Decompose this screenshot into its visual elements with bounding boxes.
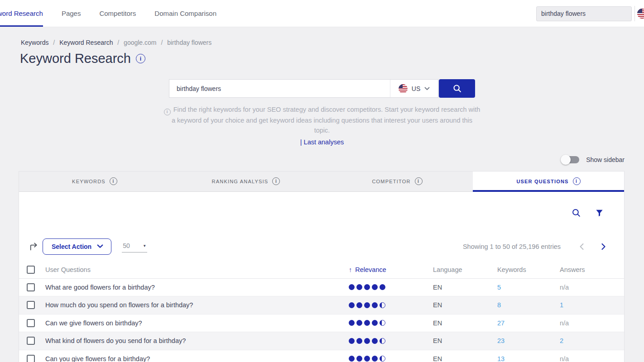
table-row[interactable]: Can we give flowers on birthday? EN 27 n… <box>19 314 624 333</box>
relevance-dot-full <box>364 284 370 290</box>
row-checkbox[interactable] <box>27 319 35 327</box>
top-navigation: word Research Pages Competitors Domain C… <box>0 0 216 27</box>
row-checkbox[interactable] <box>27 337 35 345</box>
info-icon[interactable] <box>136 54 145 63</box>
column-relevance-sorted[interactable]: ↑Relevance <box>349 266 433 273</box>
row-checkbox[interactable] <box>27 301 35 309</box>
tab-label: KEYWORDS <box>72 179 106 184</box>
keywords-link[interactable]: 5 <box>497 284 501 291</box>
country-select[interactable]: US <box>390 80 438 97</box>
select-all-checkbox[interactable] <box>27 266 35 274</box>
table-action-row: Select Action 50 ▼ Showing 1 to 50 of 25… <box>19 218 624 255</box>
select-action-label: Select Action <box>52 243 91 250</box>
tab-label: USER QUESTIONS <box>516 179 568 184</box>
table-search-icon[interactable] <box>572 208 581 218</box>
answers-link[interactable]: 1 <box>560 301 563 309</box>
info-icon[interactable] <box>272 177 280 185</box>
page-size-select[interactable]: 50 ▼ <box>122 241 147 252</box>
nav-item-domain-comparison[interactable]: Domain Comparison <box>154 0 216 27</box>
relevance-dot-half <box>380 302 385 308</box>
relevance-dot-full <box>372 338 378 344</box>
column-keywords[interactable]: Keywords <box>497 266 560 273</box>
column-answers[interactable]: Answers <box>560 266 624 273</box>
keywords-link[interactable]: 27 <box>497 319 505 327</box>
info-icon[interactable] <box>110 177 117 185</box>
us-flag-icon[interactable] <box>637 9 644 19</box>
question-text: What kind of flowers do you send for a b… <box>45 337 349 344</box>
row-checkbox[interactable] <box>27 355 35 362</box>
relevance-dot-full <box>356 338 362 344</box>
dropdown-triangle-icon: ▼ <box>143 244 146 248</box>
table-row[interactable]: What are good flowers for a birthday? EN… <box>19 279 624 297</box>
nav-item-keyword-research[interactable]: word Research <box>0 0 43 27</box>
table-tools <box>19 192 624 218</box>
page-title: Keyword Research <box>20 51 644 66</box>
relevance-dot-full <box>372 284 378 290</box>
table-row[interactable]: What kind of flowers do you send for a b… <box>19 332 624 350</box>
tab-label: COMPETITOR <box>372 179 410 184</box>
relevance-dot-full <box>356 302 362 308</box>
column-label: Relevance <box>355 266 386 273</box>
relevance-dot-half <box>380 356 385 362</box>
relevance-dots <box>349 356 433 362</box>
tab-competitor[interactable]: COMPETITOR <box>322 171 473 191</box>
nav-item-competitors[interactable]: Competitors <box>99 0 136 27</box>
filter-icon[interactable] <box>595 209 604 217</box>
search-button[interactable] <box>439 79 475 98</box>
sort-ascending-icon: ↑ <box>349 266 352 273</box>
description-text: Find the right keywords for your SEO str… <box>172 106 480 134</box>
info-icon[interactable] <box>573 177 581 185</box>
previous-page-button[interactable] <box>579 243 584 250</box>
relevance-dot-full <box>356 284 362 290</box>
question-text: How much do you spend on flowers for a b… <box>45 301 349 309</box>
answers-link: n/a <box>560 284 569 291</box>
search-icon <box>452 84 462 93</box>
global-search-input[interactable] <box>536 6 632 21</box>
relevance-dot-full <box>349 284 355 290</box>
relevance-dot-full <box>349 320 355 326</box>
breadcrumb-keyword-research[interactable]: Keyword Research <box>59 39 113 46</box>
answers-link[interactable]: 2 <box>560 337 563 344</box>
question-text: What are good flowers for a birthday? <box>45 284 349 291</box>
column-language[interactable]: Language <box>433 266 497 273</box>
answers-link: n/a <box>560 355 569 362</box>
next-page-button[interactable] <box>601 243 606 250</box>
breadcrumb: Keywords / Keyword Research / google.com… <box>21 39 644 46</box>
breadcrumb-separator: / <box>53 39 55 46</box>
keywords-link[interactable]: 23 <box>497 337 505 344</box>
sidebar-toggle-row: Show sidebar <box>0 156 625 163</box>
chevron-down-icon <box>424 87 430 90</box>
show-sidebar-label: Show sidebar <box>586 156 625 163</box>
table-row[interactable]: How much do you spend on flowers for a b… <box>19 296 624 314</box>
tab-user-questions[interactable]: USER QUESTIONS <box>473 171 624 191</box>
page-size-value: 50 <box>123 242 130 249</box>
relevance-dot-full <box>372 320 378 326</box>
keywords-link[interactable]: 13 <box>497 355 505 362</box>
relevance-dot-half <box>380 320 385 326</box>
breadcrumb-keywords[interactable]: Keywords <box>21 39 48 46</box>
export-icon[interactable] <box>29 241 39 252</box>
info-icon <box>164 109 171 115</box>
last-analyses-link[interactable]: | Last analyses <box>0 138 644 146</box>
us-flag-icon <box>399 84 408 93</box>
breadcrumb-separator: / <box>117 39 119 46</box>
table-row[interactable]: Can you give flowers for a birthday? EN … <box>19 350 624 362</box>
column-user-questions[interactable]: User Questions <box>45 266 349 273</box>
language-value: EN <box>433 355 497 362</box>
answers-link: n/a <box>560 319 569 327</box>
select-action-button[interactable]: Select Action <box>43 238 111 255</box>
breadcrumb-domain[interactable]: google.com <box>124 39 156 46</box>
tab-keywords[interactable]: KEYWORDS <box>19 171 170 191</box>
relevance-dot-full <box>364 320 370 326</box>
relevance-dots <box>349 320 433 326</box>
tab-ranking-analysis[interactable]: RANKING ANALYSIS <box>170 171 322 191</box>
info-icon[interactable] <box>415 177 423 185</box>
relevance-dot-full <box>349 302 355 308</box>
show-sidebar-toggle[interactable] <box>562 156 579 163</box>
keyword-input[interactable] <box>169 80 390 97</box>
relevance-dot-full <box>356 320 362 326</box>
nav-item-pages[interactable]: Pages <box>62 0 81 27</box>
relevance-dot-full <box>380 284 385 290</box>
keywords-link[interactable]: 8 <box>497 301 501 309</box>
row-checkbox[interactable] <box>27 283 35 291</box>
